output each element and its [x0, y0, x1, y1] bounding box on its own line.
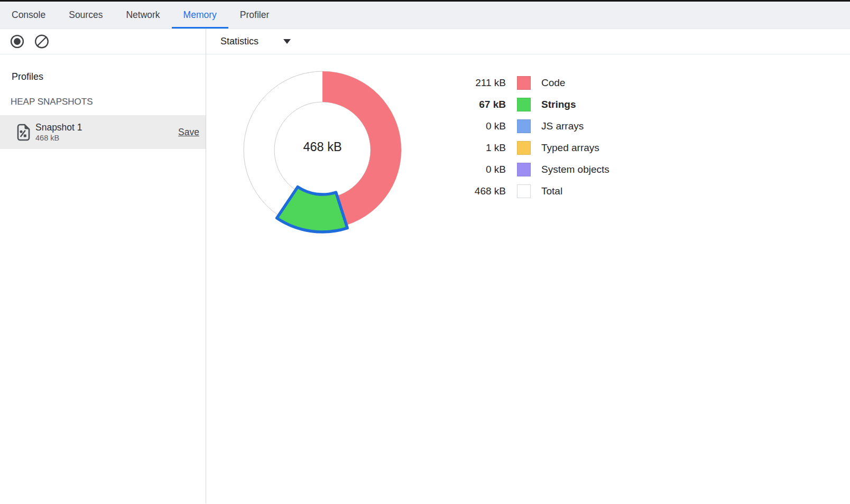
- legend-value: 1 kB: [441, 142, 506, 154]
- toolbar-right-pane: Statistics: [206, 29, 850, 54]
- heap-snapshot-file-icon: [16, 124, 30, 141]
- perspective-select[interactable]: Statistics: [220, 36, 291, 47]
- sidebar-title: Profiles: [12, 71, 206, 82]
- legend-row-total[interactable]: 468 kB Total: [441, 180, 609, 202]
- profiles-sidebar: Profiles HEAP SNAPSHOTS Snapshot 1 468 k…: [0, 54, 206, 503]
- tab-sources[interactable]: Sources: [57, 2, 114, 29]
- chevron-down-icon: [283, 39, 291, 44]
- legend-label: Total: [541, 185, 562, 197]
- memory-toolbar: Statistics: [0, 29, 850, 54]
- record-icon: [10, 34, 25, 49]
- statistics-view: 468 kB 211 kB Code 67 kB Strings 0 kB JS…: [206, 54, 850, 503]
- snapshot-size: 468 kB: [35, 133, 82, 143]
- tab-network[interactable]: Network: [114, 2, 171, 29]
- legend-value: 0 kB: [441, 164, 506, 175]
- tab-profiler[interactable]: Profiler: [228, 2, 281, 29]
- snapshot-name: Snapshot 1: [35, 122, 82, 133]
- legend-swatch-system-objects: [517, 163, 531, 176]
- legend-label: Strings: [541, 99, 576, 110]
- legend-row-js-arrays[interactable]: 0 kB JS arrays: [441, 115, 609, 137]
- legend-row-typed-arrays[interactable]: 1 kB Typed arrays: [441, 137, 609, 158]
- save-snapshot-link[interactable]: Save: [178, 127, 199, 138]
- legend-row-code[interactable]: 211 kB Code: [441, 72, 609, 94]
- snapshot-texts: Snapshot 1 468 kB: [35, 122, 82, 143]
- legend-label: JS arrays: [541, 120, 584, 132]
- legend-row-strings[interactable]: 67 kB Strings: [441, 94, 609, 115]
- clear-icon: [34, 33, 50, 50]
- toolbar-left-pane: [0, 29, 206, 54]
- legend-label: Typed arrays: [541, 142, 599, 154]
- chart-legend: 211 kB Code 67 kB Strings 0 kB JS arrays…: [441, 72, 609, 202]
- legend-row-system-objects[interactable]: 0 kB System objects: [441, 158, 609, 180]
- tab-memory[interactable]: Memory: [172, 2, 228, 29]
- heap-snapshots-section-header: HEAP SNAPSHOTS: [11, 97, 206, 107]
- perspective-select-value: Statistics: [220, 36, 258, 47]
- tab-console[interactable]: Console: [0, 2, 57, 29]
- heap-statistics-donut-chart: 468 kB: [233, 60, 412, 240]
- legend-label: Code: [541, 77, 565, 89]
- clear-profiles-button[interactable]: [34, 34, 50, 50]
- record-heap-snapshot-button[interactable]: [9, 34, 25, 50]
- legend-value: 67 kB: [441, 99, 506, 110]
- legend-swatch-typed-arrays: [517, 141, 531, 155]
- legend-swatch-strings: [517, 98, 531, 111]
- donut-total-label: 468 kB: [303, 140, 341, 154]
- snapshot-list-item[interactable]: Snapshot 1 468 kB Save: [0, 115, 206, 149]
- legend-value: 468 kB: [441, 185, 506, 197]
- content-area: Profiles HEAP SNAPSHOTS Snapshot 1 468 k…: [0, 54, 850, 503]
- legend-swatch-total: [517, 184, 531, 198]
- legend-swatch-code: [517, 76, 531, 90]
- legend-value: 0 kB: [441, 120, 506, 132]
- legend-label: System objects: [541, 164, 609, 175]
- devtools-tabbar: Console Sources Network Memory Profiler: [0, 2, 850, 29]
- legend-value: 211 kB: [441, 77, 506, 89]
- legend-swatch-js-arrays: [517, 119, 531, 133]
- pie-segment-strings[interactable]: [277, 187, 347, 232]
